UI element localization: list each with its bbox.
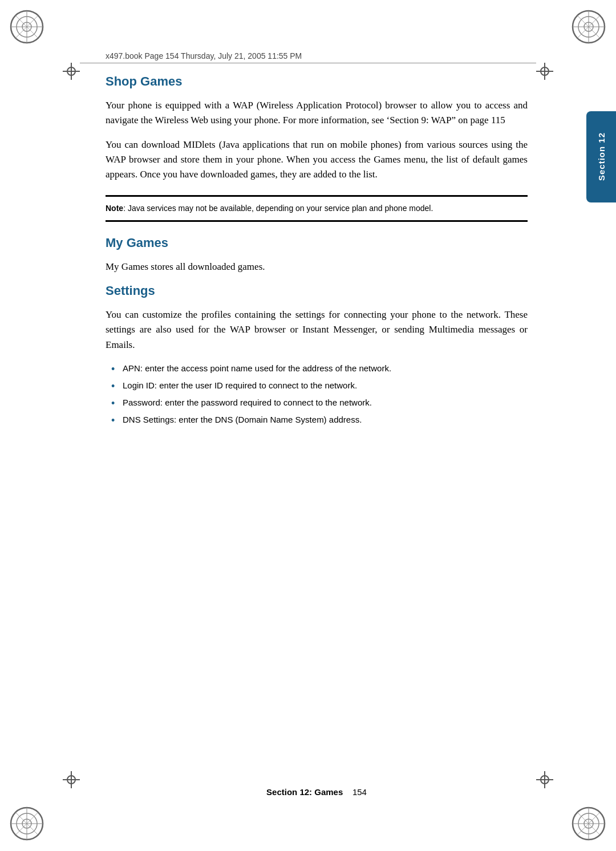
footer-section-label: Section 12: Games (266, 787, 343, 797)
settings-heading: Settings (106, 283, 528, 298)
crosshair-bottom-left (63, 771, 80, 788)
my-games-paragraph1: My Games stores all downloaded games. (106, 260, 528, 274)
corner-decoration-bl (9, 805, 46, 842)
settings-paragraph1: You can customize the profiles containin… (106, 307, 528, 352)
bullet-item-apn: APN: enter the access point name used fo… (111, 362, 528, 375)
corner-decoration-tl (9, 9, 46, 46)
crosshair-top-right (536, 63, 553, 80)
my-games-heading: My Games (106, 236, 528, 250)
note-text: Note: Java services may not be available… (106, 202, 528, 214)
section-tab: Section 12 (586, 111, 616, 202)
section-tab-label: Section 12 (597, 132, 606, 181)
crosshair-bottom-right (536, 771, 553, 788)
note-content: Java services may not be available, depe… (128, 204, 433, 213)
settings-bullet-list: APN: enter the access point name used fo… (106, 362, 528, 427)
corner-decoration-br (570, 805, 607, 842)
shop-games-paragraph1: Your phone is equipped with a WAP (Wirel… (106, 98, 528, 128)
footer-page-number: 154 (352, 787, 367, 797)
bullet-item-dns: DNS Settings: enter the DNS (Domain Name… (111, 413, 528, 427)
crosshair-top-left (63, 63, 80, 80)
corner-decoration-tr (570, 9, 607, 46)
header-line (80, 63, 536, 63)
main-content: Shop Games Your phone is equipped with a… (106, 74, 528, 777)
bullet-item-login: Login ID: enter the user ID required to … (111, 379, 528, 392)
note-label: Note (106, 204, 123, 213)
header-file-info: x497.book Page 154 Thursday, July 21, 20… (106, 51, 302, 60)
footer: Section 12: Games 154 (106, 787, 528, 797)
bullet-item-password: Password: enter the password required to… (111, 396, 528, 410)
shop-games-heading: Shop Games (106, 74, 528, 89)
note-box: Note: Java services may not be available… (106, 195, 528, 222)
shop-games-paragraph2: You can download MIDlets (Java applicati… (106, 137, 528, 183)
